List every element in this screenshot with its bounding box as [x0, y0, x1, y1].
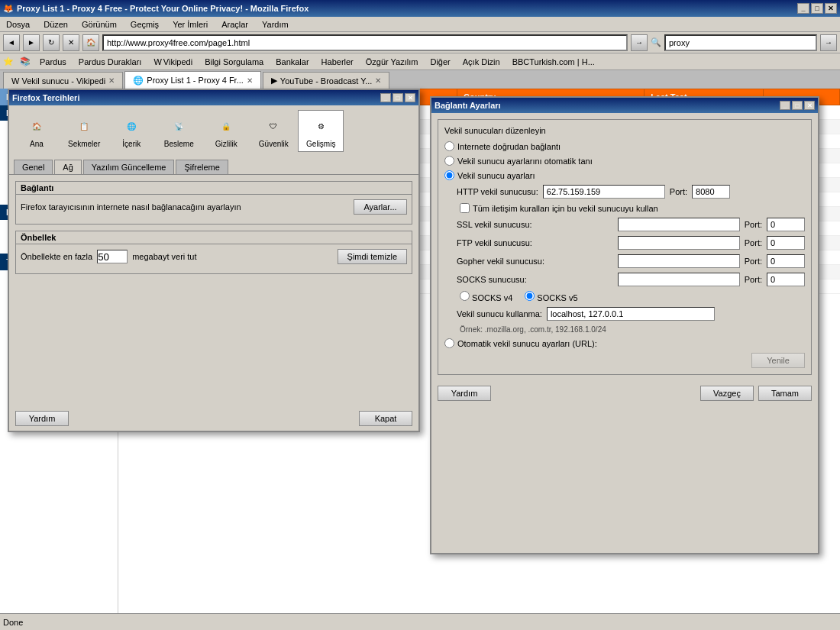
prefs-ayarlar-button[interactable]: Ayarlar...	[354, 199, 407, 215]
home-button[interactable]: 🏠	[82, 34, 99, 51]
prefs-tool-sekmeler[interactable]: 📋 Sekmeler	[61, 110, 107, 152]
conn-noproxy-input[interactable]	[547, 307, 715, 321]
tab-vikipedi-close[interactable]: ✕	[108, 76, 115, 85]
bookmark-haberler[interactable]: Haberler	[318, 57, 357, 67]
conn-gopher-label: Gopher vekil sunucusu:	[457, 257, 544, 266]
close-button[interactable]: ✕	[825, 3, 837, 14]
conn-radio-direct-input[interactable]	[444, 141, 454, 151]
title-bar-left: 🦊 Proxy List 1 - Proxy 4 Free - Protect …	[3, 4, 309, 14]
menu-gorunum[interactable]: Görünüm	[79, 20, 120, 29]
menu-dosya[interactable]: Dosya	[3, 20, 33, 29]
conn-ssl-port-input[interactable]	[767, 218, 805, 231]
menu-yardim[interactable]: Yardım	[259, 20, 292, 29]
prefs-tool-gizlilik[interactable]: 🔒 Gizlilik	[203, 110, 249, 152]
conn-http-port-label: Port:	[670, 187, 687, 196]
tab-youtube[interactable]: ▶ YouTube - Broadcast Y... ✕	[263, 72, 389, 89]
tab-proxy[interactable]: 🌐 Proxy List 1 - Proxy 4 Fr... ✕	[124, 71, 261, 89]
tab-vikipedi[interactable]: W Vekil sunucu - Vikipedi ✕	[3, 72, 123, 89]
maximize-button[interactable]: □	[811, 3, 823, 14]
conn-maximize[interactable]: □	[792, 101, 803, 110]
conn-radio-manual-label: Vekil sunucu ayarları	[457, 171, 535, 180]
menu-araclar[interactable]: Araçlar	[218, 20, 251, 29]
prefs-tool-ana[interactable]: 🏠 Ana	[14, 110, 60, 152]
conn-ftp-input[interactable]	[618, 236, 740, 250]
tab-proxy-close[interactable]: ✕	[247, 76, 253, 85]
prefs-kapat-button[interactable]: Kapat	[359, 411, 412, 426]
forward-button[interactable]: ►	[23, 34, 40, 51]
conn-ftp-port-input[interactable]	[767, 236, 805, 250]
prefs-tool-gelismis[interactable]: ⚙ Gelişmiş	[298, 110, 344, 152]
conn-gopher-port-input[interactable]	[767, 254, 805, 268]
conn-radio-auto-input[interactable]	[444, 156, 454, 166]
tabs-bar: W Vekil sunucu - Vikipedi ✕ 🌐 Proxy List…	[0, 70, 840, 89]
stop-button[interactable]: ✕	[63, 34, 79, 51]
prefs-temizle-button[interactable]: Şimdi temizle	[338, 249, 407, 264]
menu-gecmis[interactable]: Geçmiş	[128, 20, 162, 29]
conn-radio-manual-input[interactable]	[444, 170, 454, 180]
prefs-guvenlik-label: Güvenlik	[259, 140, 289, 148]
conn-yardim-button[interactable]: Yardım	[438, 386, 491, 401]
conn-gopher-input[interactable]	[618, 254, 740, 268]
conn-ssl-input[interactable]	[618, 218, 740, 231]
conn-yenile-button[interactable]: Yenile	[751, 353, 805, 368]
tab-youtube-close[interactable]: ✕	[375, 76, 381, 85]
search-input[interactable]	[664, 34, 817, 51]
title-bar: 🦊 Proxy List 1 - Proxy 4 Free - Protect …	[0, 0, 840, 17]
prefs-tool-guvenlik[interactable]: 🛡 Güvenlik	[250, 110, 296, 152]
menu-duzen[interactable]: Düzen	[40, 20, 71, 29]
bookmark-ozgur[interactable]: Özgür Yazılım	[363, 57, 422, 67]
prefs-tool-besleme[interactable]: 📡 Besleme	[156, 110, 202, 152]
prefs-yardim-button[interactable]: Yardım	[15, 411, 69, 426]
conn-socks-v5-radio[interactable]	[525, 291, 535, 301]
conn-auto-url-radio[interactable]	[444, 338, 454, 348]
prefs-tab-sifreleme[interactable]: Şifreleme	[176, 160, 228, 174]
bookmark-pardus[interactable]: Pardus	[37, 57, 69, 67]
prefs-onbellek-input[interactable]	[97, 250, 128, 263]
menu-yerImleri[interactable]: Yer İmleri	[170, 20, 211, 29]
conn-vazgec-button[interactable]: Vazgeç	[700, 386, 754, 401]
minimize-button[interactable]: _	[797, 3, 809, 14]
bookmark-diger[interactable]: Diğer	[427, 57, 453, 67]
bookmark-pardus-duraklari[interactable]: Pardus Durakları	[76, 57, 145, 67]
conn-socks-input[interactable]	[618, 273, 740, 286]
back-button[interactable]: ◄	[3, 34, 20, 51]
conn-all-protocols-checkbox[interactable]	[460, 203, 470, 213]
conn-yenile-row: Yenile	[444, 353, 805, 368]
conn-footer-right: Vazgeç Tamam	[700, 386, 812, 401]
conn-close[interactable]: ✕	[804, 101, 815, 110]
reload-button[interactable]: ↻	[43, 34, 60, 51]
conn-ssl-port-label: Port:	[745, 220, 762, 229]
conn-dialog: Bağlantı Ayarları _ □ ✕ Vekil sunucuları…	[430, 96, 819, 554]
menu-bar: Dosya Düzen Görünüm Geçmiş Yer İmleri Ar…	[0, 17, 840, 32]
bookmark-acik[interactable]: Açık Dizin	[460, 57, 503, 67]
prefs-tab-ag[interactable]: Ağ	[54, 160, 81, 174]
prefs-maximize[interactable]: □	[393, 93, 403, 102]
search-go-button[interactable]: →	[820, 34, 837, 51]
conn-http-input[interactable]	[543, 185, 665, 199]
prefs-onbellek-unit: megabayt veri tut	[132, 252, 196, 261]
prefs-minimize[interactable]: _	[380, 93, 391, 102]
bookmark-vikipedi[interactable]: W Vikipedi	[150, 57, 195, 67]
prefs-tab-yazilim[interactable]: Yazılım Güncelleme	[83, 160, 175, 174]
tab-youtube-icon: ▶	[271, 76, 277, 86]
conn-http-port-input[interactable]	[692, 185, 730, 199]
conn-socks-port-label: Port:	[745, 275, 762, 284]
conn-http-label: HTTP vekil sunucusu:	[457, 187, 538, 196]
bookmark-bankalar[interactable]: Bankalar	[273, 57, 312, 67]
bookmark-bbc[interactable]: BBCTurkish.com | H...	[509, 57, 598, 67]
prefs-tab-genel[interactable]: Genel	[14, 160, 53, 174]
bookmark-bilgi[interactable]: Bilgi Sorgulama	[202, 57, 267, 67]
address-input[interactable]	[102, 34, 628, 51]
go-button[interactable]: →	[631, 34, 648, 51]
conn-tamam-button[interactable]: Tamam	[758, 386, 812, 401]
prefs-close[interactable]: ✕	[405, 93, 415, 102]
prefs-baglanti-section: Bağlantı Firefox tarayıcısının internete…	[15, 181, 412, 225]
conn-socks-port-input[interactable]	[767, 273, 805, 286]
prefs-tool-icerik[interactable]: 🌐 İçerik	[108, 110, 154, 152]
conn-socks-v4-radio[interactable]	[460, 291, 470, 301]
conn-socks-v4-label: SOCKS v4	[460, 291, 512, 302]
prefs-icerik-label: İçerik	[122, 140, 141, 148]
conn-minimize[interactable]: _	[780, 101, 790, 110]
prefs-guvenlik-icon: 🛡	[261, 114, 286, 138]
conn-section-title: Vekil sunucuları düzenleyin	[444, 126, 805, 135]
